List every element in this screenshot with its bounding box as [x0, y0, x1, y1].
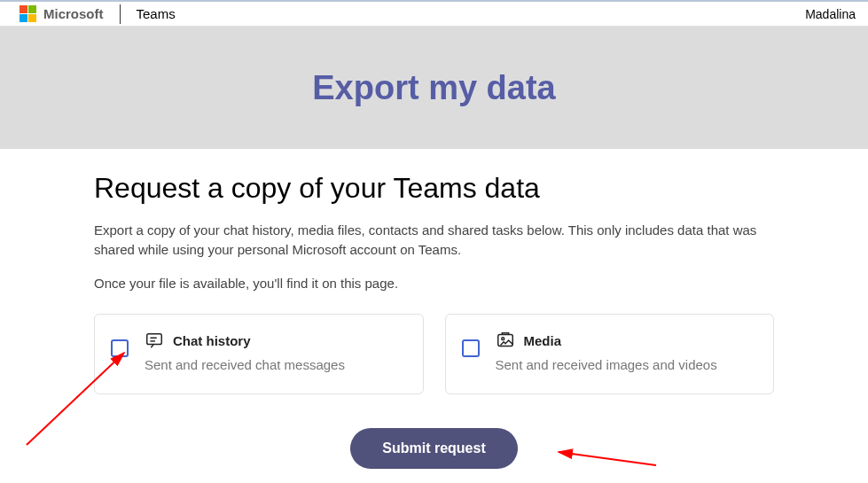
chat-icon: [145, 331, 164, 350]
option-subtitle: Sent and received chat messages: [145, 357, 345, 372]
top-bar: Microsoft Teams Madalina: [0, 0, 868, 27]
media-checkbox[interactable]: [462, 339, 480, 357]
svg-rect-0: [147, 334, 162, 345]
option-chat-history[interactable]: Chat history Sent and received chat mess…: [94, 314, 424, 394]
option-title: Chat history: [173, 333, 251, 348]
user-name[interactable]: Madalina: [805, 7, 856, 21]
image-icon: [496, 331, 515, 350]
description-text-2: Once your file is available, you'll find…: [94, 274, 774, 293]
export-options: Chat history Sent and received chat mess…: [94, 314, 774, 394]
description-text-1: Export a copy of your chat history, medi…: [94, 221, 774, 260]
submit-request-button[interactable]: Submit request: [350, 428, 517, 469]
chat-history-checkbox[interactable]: [111, 339, 129, 357]
page-title: Export my data: [312, 69, 556, 107]
main-content: Request a copy of your Teams data Export…: [0, 149, 868, 469]
product-label: Teams: [137, 6, 176, 21]
option-title: Media: [524, 333, 562, 348]
svg-point-4: [501, 338, 504, 340]
brand-label: Microsoft: [43, 6, 104, 21]
page-banner: Export my data: [0, 27, 868, 149]
brand-area: Microsoft Teams: [20, 4, 176, 24]
option-subtitle: Sent and received images and videos: [496, 357, 717, 372]
option-media[interactable]: Media Sent and received images and video…: [445, 314, 775, 394]
microsoft-logo-icon: [20, 5, 36, 22]
section-heading: Request a copy of your Teams data: [94, 172, 774, 205]
divider: [120, 4, 121, 24]
